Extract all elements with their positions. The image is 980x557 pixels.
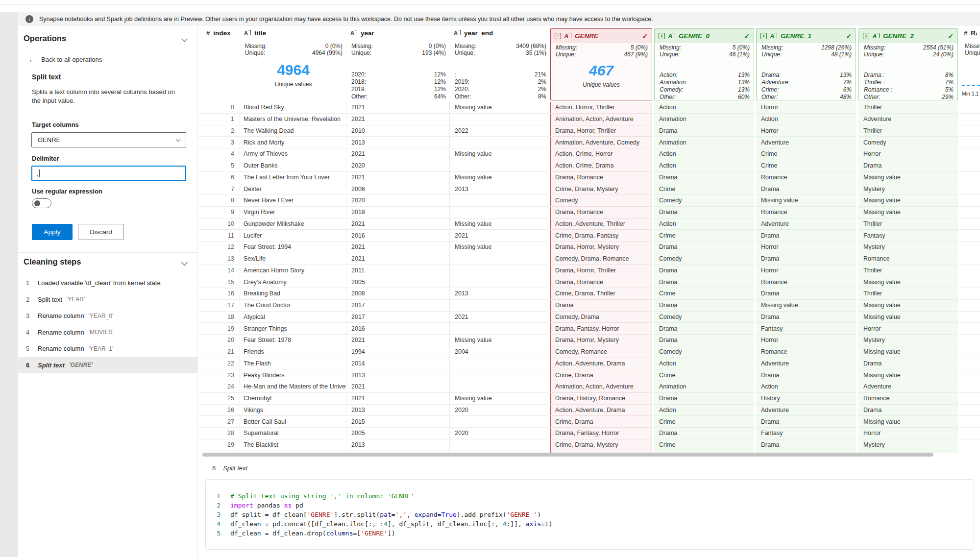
column-header-title[interactable]: AtitleMissing:0 (0%)Unique:4964 (99%)496…: [240, 26, 346, 102]
discard-button[interactable]: Discard: [78, 224, 124, 240]
column-header-GENRE_2[interactable]: +AGENRE_2✓Missing:2554 (51%)Unique:24 (0…: [858, 26, 958, 102]
cell-year: 2021: [346, 381, 450, 393]
histogram-row: Drama :8%: [864, 72, 954, 78]
operations-title: Operations: [24, 34, 66, 43]
table-row: 11Lucifer20162021Crime, Drama, FantasyCr…: [198, 230, 980, 242]
column-name: +AGENRE_2✓: [859, 29, 957, 43]
cleaning-step[interactable]: 2Split text'YEAR': [18, 291, 197, 308]
cell-year-end: [450, 416, 550, 428]
hist-key: 2020:: [455, 86, 469, 93]
cleaning-step[interactable]: 1Loaded variable 'df_clean' from kernel …: [18, 275, 197, 291]
histogram-row: 2020:2%: [455, 86, 546, 93]
added-column-box: +AGENRE_1✓Missing:1298 (26%)Unique:48 (1…: [756, 28, 856, 100]
column-header-GENRE_1[interactable]: +AGENRE_1✓Missing:1298 (26%)Unique:48 (1…: [756, 26, 856, 102]
row-gutter: [198, 346, 202, 358]
step-number: 4: [18, 329, 30, 336]
cleaning-step[interactable]: 4Rename column'MOVIES': [18, 324, 197, 341]
unique-count: 467: [551, 62, 652, 79]
cell-year-end: 2004: [450, 346, 550, 358]
table-row: 29The Blacklist2013Crime, Drama, Mystery…: [198, 439, 980, 451]
table-row: 1Masters of the Universe: Revelation2021…: [198, 114, 980, 125]
plus-icon: +: [863, 33, 869, 39]
cell-genre: Comedy, Drama: [550, 312, 652, 323]
stat-value: 46 (1%): [729, 51, 750, 58]
stat-value: 35 (1%): [526, 49, 546, 56]
cell-year: 2021: [346, 218, 450, 230]
cell-year-end: Missing value: [450, 242, 550, 253]
cell-rating: [960, 358, 980, 370]
cell-year: 2017: [346, 300, 450, 312]
chevron-down-icon[interactable]: [181, 36, 188, 42]
code-token: 'GENRE_': [507, 511, 538, 518]
hist-key: Action:: [660, 72, 678, 78]
hist-value: 7%: [945, 79, 954, 86]
cell-title: Dexter: [240, 183, 346, 195]
column-name: Atitle: [244, 29, 343, 37]
delimiter-input[interactable]: ,: [31, 166, 186, 181]
missing-stat: Missing:0 (0%): [351, 43, 446, 49]
cell-year-end: Missing value: [450, 393, 550, 405]
cell-rating: [960, 183, 980, 195]
cell-genre: Drama, Fantasy, Horror: [550, 323, 652, 335]
cleaning-step[interactable]: 5Rename column'YEAR_1': [18, 340, 197, 357]
cell-year: 2016: [346, 230, 450, 242]
cell-year: 2013: [346, 439, 450, 451]
cleaning-step[interactable]: 3Rename column'YEAR_0': [18, 308, 197, 324]
cell-genre: Crime, Drama, Mystery: [550, 183, 652, 195]
column-name: −AGENRE✓: [551, 29, 652, 43]
cell-genre-0: Drama: [654, 393, 754, 405]
cell-genre-2: Thriller: [858, 265, 958, 277]
cell-genre-1: Romance: [756, 346, 856, 358]
row-gutter: [198, 125, 202, 137]
target-columns-select[interactable]: GENRE: [31, 132, 186, 147]
cell-genre-0: Drama: [654, 276, 754, 288]
cell-year: 2006: [346, 183, 450, 195]
column-header-year_end[interactable]: Ayear_endMissing:3409 (68%)Unique:35 (1%…: [450, 26, 550, 102]
cell-rating: [960, 323, 980, 335]
cell-index: 16: [202, 288, 240, 300]
chevron-down-icon[interactable]: [181, 259, 188, 266]
column-header-GENRE[interactable]: −AGENRE✓Missing:5 (0%)Unique:467 (9%)467…: [550, 26, 652, 102]
checkmark-icon[interactable]: ✓: [744, 32, 750, 40]
cell-year-end: 2013: [450, 288, 550, 300]
code-token: 4: [503, 520, 507, 528]
horizontal-scrollbar[interactable]: [202, 453, 933, 457]
cell-genre-1: Drama: [756, 439, 856, 451]
column-header-RATING[interactable]: #RATINGMissing:Unique:Min 1.1: [960, 26, 980, 102]
cell-genre-0: Animation: [654, 137, 754, 148]
code-token: pat: [380, 511, 391, 518]
checkmark-icon[interactable]: ✓: [948, 32, 954, 40]
chevron-down-icon: [176, 137, 181, 142]
cell-genre-2: Mystery: [858, 439, 958, 451]
histogram-row: Romance :5%: [864, 86, 954, 93]
apply-button[interactable]: Apply: [32, 224, 73, 240]
cell-genre-2: Thriller: [858, 288, 958, 300]
cell-year-end: Missing value: [450, 335, 550, 346]
cell-year: 2010: [346, 125, 450, 137]
cell-genre: Drama, Romance: [550, 276, 652, 288]
back-to-operations-link[interactable]: ← Back to all operations: [28, 55, 102, 64]
table-row: 22The Flash2014Action, Adventure, DramaA…: [198, 358, 980, 370]
unique-stat: Unique:4964 (99%): [245, 49, 343, 56]
regex-toggle[interactable]: [32, 198, 51, 208]
checkmark-icon[interactable]: ✓: [642, 32, 648, 40]
code-token: ]): [388, 530, 395, 537]
cleaning-step[interactable]: 6Split text'GENRE': [18, 357, 197, 374]
numeric-column-icon: #: [206, 29, 210, 37]
cell-genre-1: Romance: [756, 207, 856, 218]
column-label: GENRE: [575, 32, 598, 40]
row-gutter: [198, 369, 202, 381]
step-label: Rename column: [38, 329, 84, 336]
checkmark-icon[interactable]: ✓: [846, 32, 852, 40]
cell-genre-2: Missing value: [858, 172, 958, 184]
column-header-year[interactable]: AyearMissing:0 (0%)Unique:193 (4%)2020:1…: [346, 26, 450, 102]
column-header-GENRE_0[interactable]: +AGENRE_0✓Missing:5 (0%)Unique:46 (1%)Ac…: [654, 26, 754, 102]
cell-genre-2: Adventure: [858, 114, 958, 125]
code-token: 1: [545, 520, 549, 528]
header-gutter: [198, 26, 202, 102]
row-gutter: [198, 160, 202, 172]
cell-genre-1: Fantasy: [756, 428, 856, 439]
column-header-index[interactable]: #index: [202, 26, 240, 102]
cell-index: 7: [202, 183, 240, 195]
row-gutter: [198, 242, 202, 253]
